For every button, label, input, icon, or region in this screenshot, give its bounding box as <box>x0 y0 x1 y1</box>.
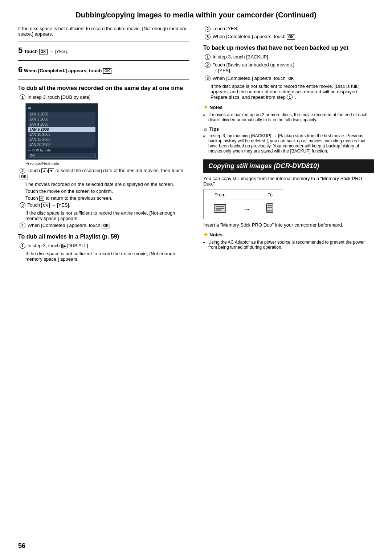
section-backup-heading: To back up movies that have not been bac… <box>203 45 374 51</box>
right-step2: 2 Touch [YES]. <box>203 26 374 32</box>
step4-ok: OK <box>102 223 110 228</box>
step-circle-ref: 1 <box>287 94 293 100</box>
section1-step2-confirm: Touch the movie on the screen to confirm… <box>25 188 189 194</box>
page-number: 56 <box>18 542 25 550</box>
step3-yes: [YES]. <box>57 202 70 208</box>
screen-bottom: ⇔ DUB by date <box>28 149 95 152</box>
section1-step2-note: The movies recorded on the selected date… <box>25 182 189 187</box>
section2-step1: 1 In step 3, touch [▶DUB ALL]. <box>18 243 189 249</box>
step-6-label: When [Completed.] appears, touch <box>24 68 102 73</box>
touch-label: Touch <box>25 195 38 201</box>
arrow-cell: → <box>236 200 258 218</box>
notes2-list: Using the AC Adaptor as the power source… <box>203 240 374 250</box>
backup-step3: 3 When [Completed.] appears, touch OK . <box>203 76 374 81</box>
screen-row-2: JAN 3 2008 <box>28 117 95 122</box>
divider-2 <box>18 60 189 61</box>
memory-stick-icon <box>266 203 274 213</box>
tips-heading-text: Tips <box>209 126 219 132</box>
section1-step1: 1 In step 3, touch [DUB by date]. <box>18 94 189 100</box>
backup-step2: 2 Touch [Backs up unbacked up movies.] →… <box>203 62 374 73</box>
notes-item-1: If movies are backed up on 2 or more dis… <box>208 112 374 122</box>
screen-row-4-highlight: JAN 6 2008 <box>28 127 95 132</box>
b-step3-period: . <box>297 76 298 81</box>
step-5-ok: OK <box>39 49 48 54</box>
tips-heading: ☼ Tips <box>203 126 374 132</box>
tips-icon: ☼ <box>203 126 208 132</box>
step-5-arrow: → <box>49 49 53 54</box>
step-6-block: 6 When [Completed.] appears, touch OK . <box>18 65 189 74</box>
svg-rect-3 <box>216 210 221 211</box>
section1-step2: 2 Touch ▲/▼ to select the recording date… <box>18 168 189 179</box>
step2-period: . <box>29 174 31 179</box>
section1-step3-note: If the disc space is not sufficient to r… <box>25 210 189 221</box>
copy-intro: You can copy still images from the inter… <box>203 176 374 187</box>
to-icon-cell <box>258 200 282 218</box>
step-6-ok: OK <box>103 68 111 74</box>
section1-step2a: Touch <box>27 168 40 173</box>
to-header: To <box>258 191 282 199</box>
section2-step1a: In step 3, touch [ <box>28 243 62 248</box>
right-column: 2 Touch [YES]. 3 When [Completed.] appea… <box>203 26 374 263</box>
screen-rows: JAN 1 2008 JAN 3 2008 JAN 4 2008 JAN 6 2… <box>28 112 95 147</box>
up-btn: ▲ <box>41 168 47 173</box>
step3-ok: OK <box>41 203 50 208</box>
step3-arrow: → <box>51 202 56 208</box>
screen-top-icons: ⬅ <box>28 106 95 110</box>
step-5-label: Touch <box>24 49 38 54</box>
s2-circle-1: 1 <box>20 243 25 249</box>
section1-heading: To dub all the movies recorded on the sa… <box>18 85 189 92</box>
step-6-period: . <box>113 68 114 73</box>
down-btn: ▼ <box>48 168 54 173</box>
right-step3a: When [Completed.] appears, touch <box>213 34 286 39</box>
copy-note: Insert a "Memory Stick PRO Duo" into you… <box>203 222 374 228</box>
backup-step3a: When [Completed.] appears, touch <box>213 76 286 81</box>
notes-block: ✦ Notes If movies are backed up on 2 or … <box>203 104 374 122</box>
step-5-number: 5 <box>18 46 23 55</box>
screen-mockup: ⬅ JAN 1 2008 JAN 3 2008 JAN 4 2008 JAN 6… <box>25 103 98 160</box>
right-step3: 3 When [Completed.] appears, touch OK . <box>203 34 374 40</box>
screen-row-7: JAN 20 2008 <box>28 142 95 147</box>
notes-list: If movies are backed up on 2 or more dis… <box>203 112 374 122</box>
b-circle-3: 3 <box>205 76 211 81</box>
section1-step2b: to select the recording date of the desi… <box>56 168 183 173</box>
step-6-number: 6 <box>18 65 23 74</box>
tips-list: In step 3, by touching [BACKUP] → [Backu… <box>203 133 374 154</box>
section1-step2-return: Touch ↩ to return to the previous screen… <box>25 195 189 201</box>
header-title: Dubbing/copying images to media within y… <box>75 11 316 19</box>
spacer-header <box>236 191 258 199</box>
two-column-layout: If the disc space is not sufficient to r… <box>18 26 374 263</box>
step2-ok: OK <box>20 174 28 179</box>
screen-dub-icon: ⇔ <box>28 149 31 152</box>
circle-2: 2 <box>20 168 25 174</box>
screen-row-5: JAN 10 2008 <box>28 132 95 137</box>
copy-table: From To <box>203 190 283 219</box>
page-header: Dubbing/copying images to media within y… <box>18 11 374 19</box>
step4-period: . <box>111 223 113 228</box>
from-icon-cell <box>204 200 236 218</box>
section2-step1b: DUB ALL]. <box>68 243 90 248</box>
notes2-block: ✦ Notes Using the AC Adaptor as the powe… <box>203 231 374 250</box>
internal-memory-icon <box>213 203 226 213</box>
svg-rect-2 <box>216 208 224 209</box>
b-step3-ok: OK <box>287 76 295 81</box>
screen-bottom-label: DUB by date <box>32 149 51 152</box>
notes-heading: ✦ Notes <box>203 104 374 111</box>
playlist-icon: ▶ <box>62 244 68 248</box>
circle-3: 3 <box>20 202 25 208</box>
prev-next-label: Previous/Next date <box>25 161 189 166</box>
backup-step2b: → [YES]. <box>212 68 231 73</box>
return-icon: ↩ <box>39 196 44 201</box>
section1-step3a: Touch <box>27 202 40 208</box>
section2-heading: To dub all movies in a Playlist (p. 59) <box>18 233 189 240</box>
notes2-heading-text: Notes <box>209 232 222 237</box>
backup-step1: 1 In step 3, touch [BACKUP]. <box>203 54 374 60</box>
backup-step3-note-text: If the disc space is not sufficient to r… <box>211 84 360 100</box>
r-step3-ok: OK <box>287 34 295 40</box>
screen-row-3: JAN 4 2008 <box>28 122 95 127</box>
r-circle-3: 3 <box>205 34 211 40</box>
notes2-icon: ✦ <box>203 231 208 238</box>
notes-icon: ✦ <box>203 104 208 111</box>
notes-heading-text: Notes <box>209 105 222 110</box>
backup-step3-note: If the disc space is not sufficient to r… <box>211 84 374 100</box>
r-step3-period: . <box>297 34 298 39</box>
